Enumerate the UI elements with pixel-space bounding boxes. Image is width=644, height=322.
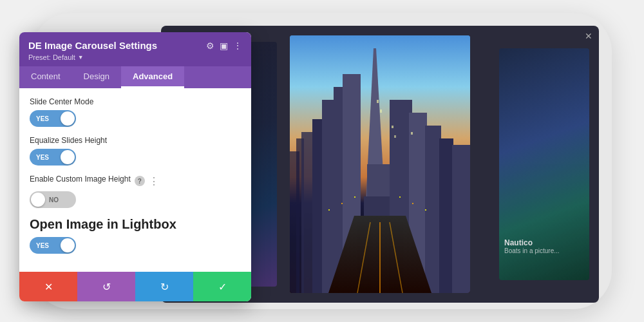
tab-advanced[interactable]: Advanced [121, 66, 184, 88]
equalize-slides-height-knob [61, 150, 75, 164]
svg-rect-13 [425, 126, 441, 293]
lightbox-section: Open Image in Lightbox YES [30, 217, 241, 254]
svg-rect-21 [341, 203, 343, 204]
preset-dropdown-arrow: ▼ [78, 54, 84, 61]
undo-button[interactable]: ↺ [77, 272, 135, 301]
equalize-slides-height-label: Equalize Slides Height [30, 136, 241, 145]
svg-rect-26 [377, 100, 379, 103]
custom-image-height-value: NO [49, 196, 59, 204]
slide-center-mode-value: YES [36, 115, 49, 122]
lightbox-knob [61, 238, 75, 252]
panel-title: DE Image Carousel Settings [28, 40, 157, 51]
settings-icon[interactable]: ⚙ [206, 41, 214, 51]
custom-image-height-setting: Enable Custom Image Height ? ⋮ NO [30, 175, 241, 208]
slide-center-mode-toggle[interactable]: YES [30, 110, 76, 127]
svg-rect-23 [399, 196, 401, 198]
more-icon[interactable]: ⋮ [149, 175, 159, 187]
svg-rect-22 [354, 196, 355, 198]
redo-button[interactable]: ↻ [135, 272, 193, 301]
tabs-row: Content Design Advanced [19, 66, 251, 88]
carousel-right-image: Nautico Boats in a picture... [499, 48, 589, 280]
close-viewer-button[interactable]: ✕ [585, 31, 592, 41]
slide-center-mode-knob [61, 111, 75, 126]
carousel-center-image [290, 35, 470, 293]
main-container: ✕ [32, 13, 612, 309]
lightbox-section-title: Open Image in Lightbox [30, 217, 241, 232]
tab-design[interactable]: Design [72, 66, 121, 88]
lightbox-value: YES [36, 242, 49, 249]
svg-rect-20 [328, 209, 330, 211]
svg-rect-30 [411, 132, 413, 135]
slide-center-mode-label: Slide Center Mode [30, 97, 241, 106]
svg-rect-27 [380, 109, 382, 113]
city-photo [290, 35, 470, 293]
svg-rect-24 [412, 203, 413, 204]
help-icon[interactable]: ? [135, 176, 145, 186]
svg-rect-28 [392, 126, 393, 128]
equalize-slides-height-value: YES [36, 154, 49, 161]
panel-title-row: DE Image Carousel Settings ⚙ ▣ ⋮ [28, 40, 242, 51]
action-bar: ✕ ↺ ↻ ✓ [19, 272, 251, 301]
panel-header: DE Image Carousel Settings ⚙ ▣ ⋮ Preset:… [19, 32, 251, 66]
slide-center-mode-setting: Slide Center Mode YES [30, 97, 241, 127]
custom-image-height-toggle[interactable]: NO [30, 191, 76, 208]
preset-label: Preset: Default [28, 53, 75, 61]
preset-row[interactable]: Preset: Default ▼ [28, 53, 242, 61]
svg-rect-29 [394, 135, 396, 138]
svg-rect-15 [452, 145, 470, 293]
panel-icons: ⚙ ▣ ⋮ [206, 41, 242, 51]
svg-rect-25 [425, 209, 426, 211]
tab-content[interactable]: Content [19, 66, 72, 88]
panel-body: Slide Center Mode YES Equalize Slides He… [19, 88, 251, 272]
save-button[interactable]: ✓ [193, 272, 251, 301]
right-image-caption: Nautico Boats in a picture... [504, 238, 560, 254]
lightbox-toggle[interactable]: YES [30, 237, 76, 254]
custom-image-height-knob [31, 193, 45, 207]
layout-icon[interactable]: ▣ [220, 41, 228, 51]
settings-panel: DE Image Carousel Settings ⚙ ▣ ⋮ Preset:… [19, 32, 251, 301]
svg-rect-14 [439, 138, 453, 293]
cancel-button[interactable]: ✕ [19, 272, 77, 301]
equalize-slides-height-toggle[interactable]: YES [30, 149, 76, 166]
more-options-icon[interactable]: ⋮ [233, 41, 242, 51]
custom-image-height-label-row: Enable Custom Image Height ? ⋮ [30, 175, 241, 187]
equalize-slides-height-setting: Equalize Slides Height YES [30, 136, 241, 166]
custom-image-height-label: Enable Custom Image Height [30, 175, 131, 184]
